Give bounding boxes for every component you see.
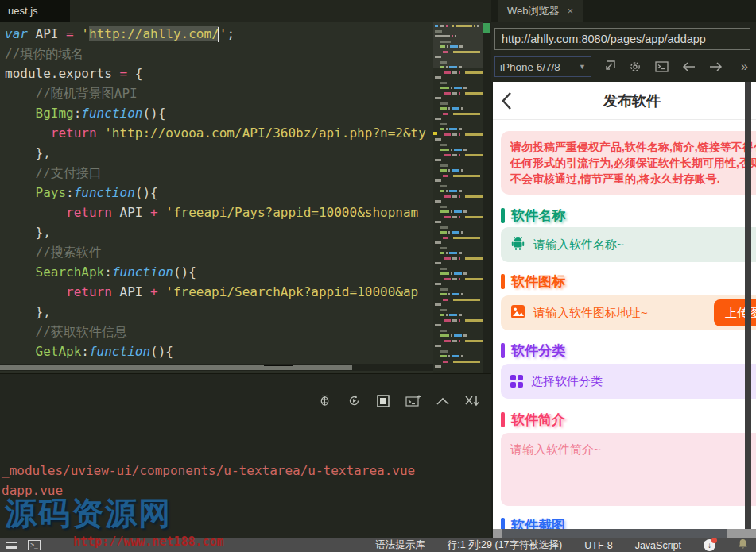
grid-icon (510, 375, 523, 388)
code-line: GetApk:function(){ (0, 342, 433, 361)
code-line: //支付接口 (0, 163, 433, 183)
section-bar (501, 274, 505, 289)
terminal-icon[interactable] (655, 61, 669, 72)
code-line: module.exports = { (0, 64, 433, 83)
section-title: 软件分类 (511, 342, 565, 360)
url-input[interactable]: http://ahlly.com:8080/pages/app/addapp (494, 28, 750, 50)
close-icon[interactable]: × (568, 0, 574, 22)
app-icon-placeholder: 请输入软件图标地址~ (533, 306, 648, 321)
language-mode-status[interactable]: JavaScript (635, 540, 681, 551)
section-bar (501, 208, 505, 223)
app-category-placeholder: 选择软件分类 (531, 374, 603, 389)
restart-icon[interactable] (347, 394, 361, 407)
device-select-value: iPhone 6/7/8 (500, 61, 560, 73)
code-line: return API + 'freeapi/Pays?appid=10000&s… (0, 203, 433, 222)
editor-tab-bar: uest.js (0, 0, 491, 22)
editor-horizontal-scrollbar[interactable] (0, 364, 433, 371)
code-line: Pays:function(){ (0, 183, 433, 203)
code-line: return 'http://ovooa.com/API/360bz/api.p… (0, 123, 433, 143)
chevron-down-icon: ▼ (579, 63, 586, 71)
settings-icon[interactable] (629, 60, 642, 73)
editor-vertical-scrollbar[interactable] (483, 22, 491, 373)
warning-notice: 请勿投稿严重侵权产品,软件名称,简介,链接等不得包括任何形式的引流行为,必须保证… (501, 131, 756, 195)
preview-vertical-scrollbar[interactable] (745, 82, 751, 529)
section-bar (501, 343, 505, 358)
panel-splitter-handle[interactable] (264, 365, 293, 369)
browser-toolbar: http://ahlly.com:8080/pages/app/addapp i… (491, 22, 756, 82)
terminal-icon[interactable]: >_ (28, 540, 41, 550)
editor-vertical-scrollbar-thumb[interactable] (483, 23, 490, 33)
update-icon[interactable]: ↓ (704, 539, 715, 551)
app-name-placeholder: 请输入软件名称~ (533, 237, 624, 253)
browser-tab-label: Web浏览器 (507, 0, 560, 22)
preview-horizontal-scrollbar-thumb[interactable] (502, 529, 727, 538)
section-header-intro: 软件简介 (501, 411, 756, 428)
section-bar (501, 518, 505, 530)
minimap[interactable] (433, 22, 483, 373)
menu-icon[interactable] (6, 542, 17, 549)
code-line: var API = 'http://ahlly.com/'; (0, 24, 433, 44)
minimap-warning-marker (433, 132, 437, 135)
watermark-url: http://www.net188.com (73, 535, 224, 549)
watermark-text: 源码资源网 (5, 492, 172, 535)
section-header-screenshot: 软件截图 (501, 516, 756, 529)
popout-icon[interactable] (603, 60, 615, 73)
notification-dot (711, 538, 717, 543)
code-line: BgImg:function(){ (0, 103, 433, 123)
new-terminal-icon[interactable] (405, 395, 421, 407)
code-line: SearchApk:function(){ (0, 262, 433, 282)
section-title: 软件名称 (511, 207, 565, 225)
android-icon (510, 236, 525, 253)
code-line: //获取软件信息 (0, 322, 433, 342)
code-area: var API = 'http://ahlly.com/';//填你的域名mod… (0, 22, 433, 361)
section-header-name: 软件名称 (501, 207, 756, 224)
code-line: //随机背景图API (0, 83, 433, 103)
minimap-viewport[interactable] (433, 22, 483, 68)
syntax-library-status[interactable]: 语法提示库 (375, 538, 425, 552)
more-icon[interactable]: » (741, 60, 748, 74)
image-icon (510, 304, 525, 322)
debug-icon[interactable] (318, 394, 331, 407)
back-icon[interactable] (682, 62, 696, 71)
app-icon-url-input[interactable]: 请输入软件图标地址~ 上传图片 (501, 295, 756, 330)
section-header-icon: 软件图标 (501, 272, 756, 290)
section-bar (501, 412, 505, 427)
app-name-input[interactable]: 请输入软件名称~ (501, 227, 756, 262)
section-title: 软件图标 (511, 272, 565, 291)
forward-icon[interactable] (709, 62, 723, 71)
stop-icon[interactable] (377, 395, 390, 407)
console-panel: _modules/uview-ui/components/u-textarea/… (0, 373, 491, 538)
code-line: //搜索软件 (0, 242, 433, 262)
web-preview: 发布软件 请勿投稿严重侵权产品,软件名称,简介,链接等不得包括任何形式的引流行为… (493, 82, 756, 529)
code-line: }, (0, 143, 433, 163)
browser-tab-bar: Web浏览器 × (491, 0, 756, 22)
app-intro-textarea[interactable]: 请输入软件简介~ (501, 433, 756, 506)
app-navbar: 发布软件 (493, 82, 756, 120)
code-line: return API + 'freeapi/SearchApk?appid=10… (0, 282, 433, 302)
section-title: 软件简介 (511, 411, 565, 429)
clear-icon[interactable] (465, 395, 480, 407)
collapse-icon[interactable] (436, 397, 449, 405)
code-editor[interactable]: var API = 'http://ahlly.com/';//填你的域名mod… (0, 22, 433, 373)
console-output-line: _modules/uview-ui/components/u-textarea/… (2, 463, 415, 478)
tab-web-browser[interactable]: Web浏览器 × (498, 0, 583, 22)
text-cursor (218, 27, 219, 42)
code-line: //填你的域名 (0, 44, 433, 64)
bell-icon[interactable] (738, 538, 748, 552)
cursor-position-status[interactable]: 行:1 列:29 (17字符被选择) (448, 538, 562, 552)
app-intro-placeholder: 请输入软件简介~ (510, 442, 601, 456)
encoding-status[interactable]: UTF-8 (584, 540, 612, 551)
editor-horizontal-scrollbar-thumb[interactable] (0, 365, 352, 370)
console-toolbar (318, 394, 480, 407)
preview-horizontal-scrollbar[interactable] (493, 529, 756, 538)
back-chevron-icon[interactable] (501, 91, 512, 114)
tab-request-js[interactable]: uest.js (0, 0, 70, 22)
section-title: 软件截图 (511, 516, 565, 530)
device-select[interactable]: iPhone 6/7/8 ▼ (494, 56, 591, 77)
page-title: 发布软件 (493, 82, 756, 120)
app-category-select[interactable]: 选择软件分类 (501, 364, 756, 399)
code-line: }, (0, 302, 433, 322)
section-header-category: 软件分类 (501, 342, 756, 359)
code-line: }, (0, 222, 433, 242)
